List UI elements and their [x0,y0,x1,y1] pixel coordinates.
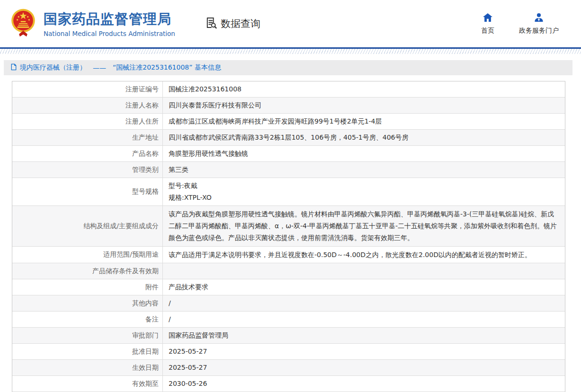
table-row: 型号规格 型号:夜戴 规格:XTPL-XO [12,178,565,206]
field-value: / [163,312,565,327]
data-query-title: 数据查询 [205,16,260,31]
field-label: 审批部门 [12,328,163,343]
field-label: 管理类别 [12,162,163,178]
field-value: 该产品适用于满足本说明书要求，并且近视度数在-0.50D～-4.00D之内，散光… [163,247,565,263]
table-row: 审批部门 国家药品监督管理局 [12,328,565,344]
nav-portal-label: 政务服务门户 [519,27,559,35]
national-emblem-icon [9,8,37,39]
field-label: 结构及组成/主要组成成分 [12,206,163,246]
field-value: / [163,295,565,311]
file-icon [10,63,17,72]
field-value: 产品技术要求 [163,279,565,295]
header-stripe-band [0,49,581,54]
field-label: 附件 [12,279,163,295]
field-label: 适用范围/预期用途 [12,247,163,263]
table-row: 其他内容 / [12,295,565,312]
top-nav: 首页 政务服务门户 [481,13,559,35]
nav-home-label: 首页 [481,27,494,35]
field-label: 备注 [12,312,163,327]
table-row: 产品名称 角膜塑形用硬性透气接触镜 [12,146,565,162]
field-value: 成都市温江区成都海峡两岸科技产业开发园海旺路99号1号楼2单元1-4层 [163,114,565,129]
field-label: 批准日期 [12,344,163,359]
table-row: 管理类别 第三类 [12,162,565,178]
nav-portal[interactable]: 政务服务门户 [519,13,559,35]
field-value: 角膜塑形用硬性透气接触镜 [163,146,565,161]
field-label: 有效期至 [12,376,163,392]
field-value: 国械注准20253161008 [163,81,565,97]
document-search-icon [205,16,218,31]
field-label: 型号规格 [12,178,163,205]
field-value: 该产品为夜戴型角膜塑形用硬性透气接触镜。镜片材料由甲基丙烯酸六氟异丙酯、甲基丙烯… [163,206,565,246]
home-icon [483,13,493,24]
field-label: 注册人名称 [12,98,163,113]
breadcrumb-category[interactable]: 境内医疗器械（注册） [20,63,86,72]
table-row: 结构及组成/主要组成成分 该产品为夜戴型角膜塑形用硬性透气接触镜。镜片材料由甲基… [12,206,565,247]
table-row: 适用范围/预期用途 该产品适用于满足本说明书要求，并且近视度数在-0.50D～-… [12,247,565,263]
field-value: 国家药品监督管理局 [163,328,565,343]
field-label: 注册证编号 [12,81,163,97]
user-icon [534,13,544,24]
table-row: 产品储存条件及有效期 [12,263,565,279]
field-value: 四川兴泰普乐医疗科技有限公司 [163,98,565,113]
breadcrumb-separator: —— [93,64,106,71]
breadcrumb-current: “国械注准20253161008” 基本信息 [113,63,221,72]
nmpa-logo[interactable]: 国家药品监督管理局 National Medical Products Admi… [9,8,175,39]
field-value: 2025-05-27 [163,360,565,375]
page-header: 国家药品监督管理局 National Medical Products Admi… [0,0,581,47]
org-title: 国家药品监督管理局 [44,10,175,29]
field-label: 产品名称 [12,146,163,161]
field-label: 生产地址 [12,130,163,145]
table-row: 有效期至 2030-05-26 [12,376,565,392]
field-label: 产品储存条件及有效期 [12,263,163,279]
field-label: 其他内容 [12,295,163,311]
field-value: 2030-05-26 [163,376,565,392]
table-row: 生产地址 四川省成都市武侯区武青南路33号2栋1层105、106号房，405-1… [12,130,565,146]
breadcrumb: 境内医疗器械（注册） —— “国械注准20253161008” 基本信息 [4,60,572,75]
org-subtitle: National Medical Products Administration [44,30,175,37]
field-label: 注册人住所 [12,114,163,129]
table-row: 注册证编号 国械注准20253161008 [12,81,565,98]
field-label: 生效日期 [12,360,163,375]
field-value: 2025-05-27 [163,344,565,359]
table-row: 附件 产品技术要求 [12,279,565,295]
registration-table: 注册证编号 国械注准20253161008 注册人名称 四川兴泰普乐医疗科技有限… [12,81,565,392]
field-value: 四川省成都市武侯区武青南路33号2栋1层105、106号房，405-1号房、40… [163,130,565,145]
field-value: 型号:夜戴 规格:XTPL-XO [163,178,565,205]
nav-home[interactable]: 首页 [481,13,494,35]
table-row: 备注 / [12,312,565,328]
field-value [163,269,565,273]
table-row: 注册人住所 成都市温江区成都海峡两岸科技产业开发园海旺路99号1号楼2单元1-4… [12,114,565,130]
data-query-label: 数据查询 [221,17,260,30]
table-row: 注册人名称 四川兴泰普乐医疗科技有限公司 [12,98,565,114]
field-value: 第三类 [163,162,565,178]
table-row: 生效日期 2025-05-27 [12,360,565,376]
table-row: 批准日期 2025-05-27 [12,344,565,360]
